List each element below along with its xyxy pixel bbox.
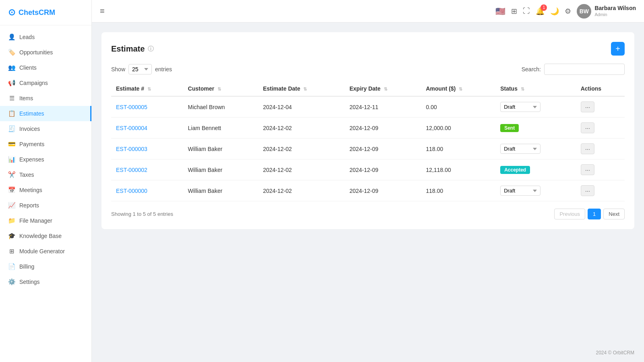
- estimate-date-cell: 2024-12-02: [258, 180, 345, 201]
- sidebar-item-payments[interactable]: 💳Payments: [0, 137, 91, 152]
- col-customer[interactable]: Customer ⇅: [183, 81, 258, 96]
- sidebar-item-taxes[interactable]: ✂️Taxes: [0, 167, 91, 182]
- add-button[interactable]: +: [611, 42, 625, 56]
- action-button[interactable]: ···: [581, 122, 595, 133]
- actions-cell: ···: [576, 180, 625, 201]
- estimate-link[interactable]: EST-000004: [116, 125, 147, 131]
- amount-cell: 118.00: [421, 139, 495, 159]
- estimate-link[interactable]: EST-000000: [116, 188, 147, 194]
- estimate-link[interactable]: EST-000003: [116, 146, 147, 152]
- taxes-icon: ✂️: [8, 171, 15, 178]
- sidebar-item-estimates[interactable]: 📋Estimates: [0, 106, 91, 121]
- sidebar-item-reports[interactable]: 📈Reports: [0, 198, 91, 213]
- col-amount[interactable]: Amount ($) ⇅: [421, 81, 495, 96]
- sidebar-item-campaigns[interactable]: 📢Campaigns: [0, 75, 91, 91]
- status-cell: DraftSentAccepted: [495, 139, 576, 159]
- page-1-button[interactable]: 1: [588, 209, 601, 219]
- grid-icon[interactable]: ⊞: [511, 7, 517, 16]
- invoices-icon: 🧾: [8, 125, 15, 132]
- info-icon[interactable]: ⓘ: [148, 45, 154, 53]
- flag-icon[interactable]: 🇺🇸: [495, 6, 505, 16]
- user-avatar-wrap[interactable]: BW Barbara Wilson Admin: [577, 4, 636, 19]
- hamburger-icon[interactable]: ≡: [100, 6, 105, 16]
- sidebar-item-invoices[interactable]: 🧾Invoices: [0, 121, 91, 137]
- expiry-date-cell: 2024-12-09: [345, 159, 421, 180]
- status-draft-select[interactable]: DraftSentAccepted: [500, 186, 540, 196]
- sidebar-item-label: Clients: [19, 64, 37, 71]
- amount-cell: 12,118.00: [421, 159, 495, 180]
- sidebar-item-module-generator[interactable]: ⊞Module Generator: [0, 244, 91, 259]
- entries-select[interactable]: 25 10 50 100: [128, 64, 152, 74]
- action-button[interactable]: ···: [581, 101, 595, 112]
- table-header: Estimate # ⇅ Customer ⇅ Estimate Date ⇅ …: [111, 81, 625, 96]
- content: Estimate ⓘ + Show 25 10 50 100 entries: [92, 23, 644, 343]
- sidebar-item-opportunities[interactable]: 🏷️Opportunities: [0, 45, 91, 60]
- settings-icon[interactable]: ⚙: [565, 7, 571, 16]
- theme-icon[interactable]: 🌙: [550, 7, 559, 16]
- expiry-date-cell: 2024-12-11: [345, 96, 421, 118]
- header-left: ≡: [100, 6, 105, 16]
- file-manager-icon: 📁: [8, 217, 15, 224]
- billing-icon: 📄: [8, 263, 15, 270]
- table-row: EST-000005 Michael Brown 2024-12-04 2024…: [111, 96, 625, 118]
- expenses-icon: 📊: [8, 156, 15, 163]
- sidebar-item-clients[interactable]: 👥Clients: [0, 60, 91, 75]
- sidebar-item-leads[interactable]: 👤Leads: [0, 29, 91, 45]
- action-button[interactable]: ···: [581, 164, 595, 175]
- expiry-date-cell: 2024-12-09: [345, 180, 421, 201]
- leads-icon: 👤: [8, 33, 15, 41]
- pagination: Previous 1 Next: [554, 209, 625, 219]
- sidebar-item-label: Items: [19, 95, 33, 101]
- action-button[interactable]: ···: [581, 185, 595, 196]
- status-badge-sent: Sent: [500, 124, 519, 132]
- amount-cell: 12,000.00: [421, 118, 495, 139]
- table-row: EST-000002 William Baker 2024-12-02 2024…: [111, 159, 625, 180]
- sidebar-item-items[interactable]: ☰Items: [0, 91, 91, 106]
- amount-cell: 118.00: [421, 180, 495, 201]
- col-estimate-no[interactable]: Estimate # ⇅: [111, 81, 183, 96]
- status-cell: Accepted: [495, 159, 576, 180]
- action-button[interactable]: ···: [581, 143, 595, 154]
- sidebar-item-file-manager[interactable]: 📁File Manager: [0, 213, 91, 228]
- customer-cell: William Baker: [183, 180, 258, 201]
- logo[interactable]: ⊙ ChetsCRM: [0, 0, 91, 25]
- previous-button[interactable]: Previous: [554, 209, 585, 219]
- next-button[interactable]: Next: [603, 209, 625, 219]
- estimate-link[interactable]: EST-000005: [116, 104, 147, 110]
- avatar-info: Barbara Wilson Admin: [594, 4, 636, 17]
- col-expiry-date[interactable]: Expiry Date ⇅: [345, 81, 421, 96]
- expiry-date-cell: 2024-12-09: [345, 118, 421, 139]
- status-draft-select[interactable]: DraftSentAccepted: [500, 102, 540, 112]
- col-actions: Actions: [576, 81, 625, 96]
- logo-text: ChetsCRM: [19, 8, 55, 17]
- sidebar-item-label: Estimates: [19, 110, 44, 117]
- fullscreen-icon[interactable]: ⛶: [523, 7, 530, 15]
- opportunities-icon: 🏷️: [8, 49, 15, 56]
- logo-icon: ⊙: [8, 7, 15, 18]
- status-cell: DraftSentAccepted: [495, 180, 576, 201]
- notification-icon[interactable]: 🔔 1: [536, 7, 545, 16]
- status-cell: Sent: [495, 118, 576, 139]
- sidebar-item-meetings[interactable]: 📅Meetings: [0, 182, 91, 198]
- sidebar-item-billing[interactable]: 📄Billing: [0, 259, 91, 274]
- search-wrap: Search:: [522, 64, 625, 75]
- sidebar-item-settings[interactable]: ⚙️Settings: [0, 274, 91, 290]
- actions-cell: ···: [576, 139, 625, 159]
- sidebar-item-label: Campaigns: [19, 80, 48, 86]
- header-right: 🇺🇸 ⊞ ⛶ 🔔 1 🌙 ⚙ BW Barbara Wilson Admin: [495, 4, 636, 19]
- sidebar-item-expenses[interactable]: 📊Expenses: [0, 152, 91, 167]
- estimate-link[interactable]: EST-000002: [116, 167, 147, 173]
- search-label: Search:: [522, 66, 541, 72]
- status-draft-select[interactable]: DraftSentAccepted: [500, 144, 540, 154]
- col-estimate-date[interactable]: Estimate Date ⇅: [258, 81, 345, 96]
- show-label: Show: [111, 66, 125, 72]
- table-row: EST-000000 William Baker 2024-12-02 2024…: [111, 180, 625, 201]
- items-icon: ☰: [8, 95, 15, 102]
- col-status[interactable]: Status ⇅: [495, 81, 576, 96]
- estimate-date-cell: 2024-12-02: [258, 159, 345, 180]
- search-input[interactable]: [544, 64, 625, 75]
- avatar-role: Admin: [594, 12, 636, 17]
- sidebar-item-knowledge-base[interactable]: 🎓Knowledge Base: [0, 228, 91, 244]
- sidebar-item-label: Expenses: [19, 156, 44, 163]
- estimate-date-cell: 2024-12-04: [258, 96, 345, 118]
